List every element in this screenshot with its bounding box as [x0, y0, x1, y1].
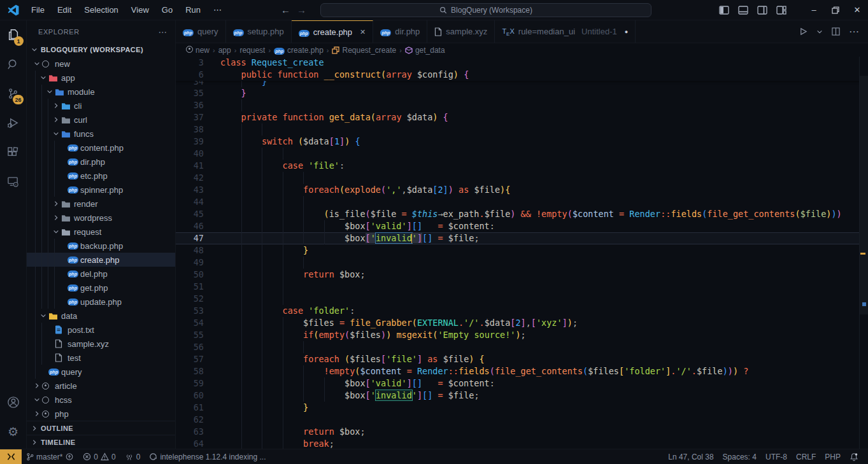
code-line-36[interactable]: 36	[176, 99, 868, 111]
activity-manage[interactable]: ⚙	[0, 417, 27, 446]
code-line-63[interactable]: 63 return $box;	[176, 426, 868, 438]
code-editor[interactable]: 3class Request_create6 public function _…	[176, 57, 868, 449]
close-window-button[interactable]: ✕	[846, 0, 868, 20]
tree-row-wordpress[interactable]: wordpress	[27, 211, 175, 225]
menu-item-edit[interactable]: Edit	[52, 3, 77, 17]
status-git-branch[interactable]: master*	[22, 449, 78, 464]
line-number[interactable]: 34	[176, 81, 204, 87]
tree-row-post.txt[interactable]: post.txt	[27, 323, 175, 337]
split-editor[interactable]	[832, 27, 840, 36]
status-problems[interactable]: 00	[78, 449, 120, 464]
toggle-secondary-sidebar-icon[interactable]	[757, 6, 767, 15]
menu-item-go[interactable]: Go	[156, 3, 178, 17]
tree-row-test[interactable]: test	[27, 351, 175, 365]
tree-row-curl[interactable]: curl	[27, 113, 175, 127]
tab-sample.xyz[interactable]: sample.xyz	[427, 20, 495, 43]
activity-explorer[interactable]: 1	[0, 20, 27, 50]
tree-row-dir.php[interactable]: phpdir.php	[27, 155, 175, 169]
menu-item-file[interactable]: File	[25, 3, 50, 17]
tree-row-module[interactable]: module	[27, 85, 175, 99]
tree-row-cli[interactable]: cli	[27, 99, 175, 113]
command-center-search[interactable]: BlogQuery (Workspace)	[320, 3, 651, 17]
code-line-46[interactable]: 46 $box['valid'][] = $content:	[176, 220, 868, 232]
panel-timeline[interactable]: TIMELINE	[27, 435, 175, 449]
line-number[interactable]: 36	[176, 99, 204, 111]
nav-forward-icon[interactable]: →	[297, 4, 306, 15]
line-number[interactable]: 44	[176, 196, 204, 208]
tree-row-get.php[interactable]: phpget.php	[27, 281, 175, 295]
tab-setup.php[interactable]: phpsetup.php	[226, 20, 292, 43]
breadcrumb-item-app[interactable]: app	[218, 46, 231, 55]
tree-row-backup.php[interactable]: phpbackup.php	[27, 239, 175, 253]
tree-row-app[interactable]: app	[27, 71, 175, 85]
code-line-61[interactable]: 61 }	[176, 402, 868, 414]
breadcrumb-item-new[interactable]: new	[186, 46, 210, 55]
line-number[interactable]: 54	[176, 317, 204, 329]
code-line-3[interactable]: 3class Request_create	[176, 57, 868, 69]
line-number[interactable]: 3	[176, 57, 204, 69]
code-line-49[interactable]: 49	[176, 257, 868, 269]
code-line-41[interactable]: 41 case 'file':	[176, 160, 868, 172]
activity-search[interactable]	[0, 50, 27, 79]
tree-row-request[interactable]: request	[27, 225, 175, 239]
code-line-52[interactable]: 52	[176, 293, 868, 305]
line-number[interactable]: 62	[176, 414, 204, 426]
breadcrumb-item-Request-create[interactable]: Request_create	[332, 46, 396, 55]
line-number[interactable]: 52	[176, 293, 204, 305]
status-notifications[interactable]	[845, 449, 863, 464]
code-line-64[interactable]: 64 break;	[176, 438, 868, 449]
activity-source-control[interactable]: 26	[0, 79, 27, 108]
panel-outline[interactable]: OUTLINE	[27, 421, 175, 435]
line-number[interactable]: 63	[176, 426, 204, 438]
tree-row-sample.xyz[interactable]: sample.xyz	[27, 337, 175, 351]
menu-item-[interactable]: ⋯	[208, 3, 227, 17]
line-number[interactable]: 55	[176, 329, 204, 341]
line-number[interactable]: 39	[176, 136, 204, 148]
tree-row-content.php[interactable]: phpcontent.php	[27, 141, 175, 155]
line-number[interactable]: 51	[176, 281, 204, 293]
code-line-48[interactable]: 48 }	[176, 244, 868, 257]
line-number[interactable]: 45	[176, 208, 204, 220]
tree-row-article[interactable]: article	[27, 379, 175, 393]
code-line-39[interactable]: 39 switch ($data[1]) {	[176, 136, 868, 148]
line-number[interactable]: 60	[176, 390, 204, 402]
line-number[interactable]: 43	[176, 184, 204, 196]
tree-row-etc.php[interactable]: phpetc.php	[27, 169, 175, 183]
line-number[interactable]: 42	[176, 172, 204, 184]
line-number[interactable]: 61	[176, 402, 204, 414]
code-line-42[interactable]: 42	[176, 172, 868, 184]
line-number[interactable]: 50	[176, 269, 204, 281]
line-number[interactable]: 40	[176, 148, 204, 160]
code-line-45[interactable]: 45 (is_file($file = $this→ex_path.$file)…	[176, 208, 868, 220]
line-number[interactable]: 56	[176, 341, 204, 353]
nav-back-icon[interactable]: ←	[281, 4, 290, 15]
code-line-53[interactable]: 53 case 'folder':	[176, 305, 868, 317]
activity-run-and-debug[interactable]	[0, 108, 27, 137]
line-number[interactable]: 59	[176, 377, 204, 390]
toggle-panel-icon[interactable]	[738, 6, 748, 15]
line-number[interactable]: 6	[176, 69, 204, 81]
status-eol[interactable]: CRLF	[792, 449, 820, 464]
menu-item-view[interactable]: View	[125, 3, 155, 17]
customize-layout-icon[interactable]	[776, 6, 786, 15]
activity-accounts[interactable]	[0, 388, 27, 417]
tab-query[interactable]: phpquery	[176, 20, 226, 43]
line-number[interactable]: 41	[176, 160, 204, 172]
status-encoding[interactable]: UTF-8	[761, 449, 792, 464]
code-line-38[interactable]: 38	[176, 123, 868, 136]
overview-ruler[interactable]	[859, 57, 868, 449]
close-tab-icon[interactable]: ✕	[360, 28, 366, 36]
status-ports[interactable]: 0	[120, 449, 145, 464]
code-line-60[interactable]: 60 $box['invalid'][] = $file;	[176, 390, 868, 402]
code-line-54[interactable]: 54 $files = file_Grabber(EXTERNAL.'/'.$d…	[176, 317, 868, 329]
line-number[interactable]: 37	[176, 111, 204, 123]
line-number[interactable]: 53	[176, 305, 204, 317]
tree-row-spinner.php[interactable]: phpspinner.php	[27, 183, 175, 197]
code-line-44[interactable]: 44	[176, 196, 868, 208]
code-line-57[interactable]: 57 foreach ($files['file'] as $file) {	[176, 353, 868, 365]
tree-row-new[interactable]: new	[27, 57, 175, 71]
restore-button[interactable]	[825, 0, 846, 20]
code-line-55[interactable]: 55 if(empty($files)) msgexit('Empty sour…	[176, 329, 868, 341]
breadcrumb-item-request[interactable]: request	[239, 46, 265, 55]
line-number[interactable]: 48	[176, 244, 204, 257]
